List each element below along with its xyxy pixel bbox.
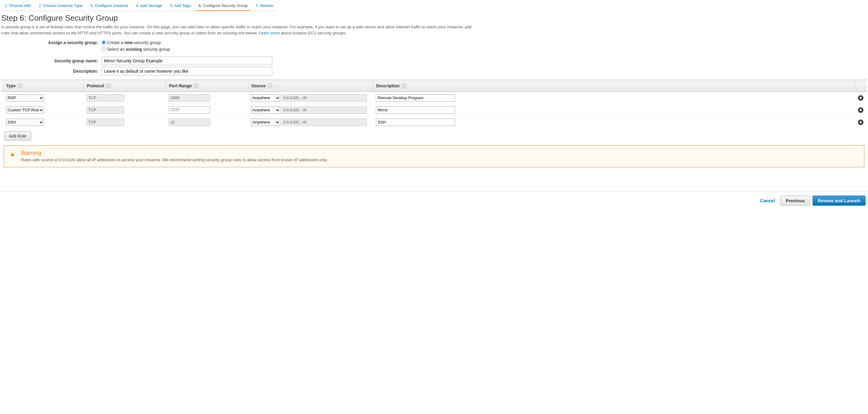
- rule-source-select[interactable]: Anywhere: [251, 106, 280, 114]
- sg-desc-label: Description:: [1, 69, 102, 74]
- cancel-button[interactable]: Cancel: [757, 198, 778, 203]
- info-icon[interactable]: i: [18, 83, 23, 88]
- learn-more-link[interactable]: Learn more: [258, 31, 280, 35]
- rule-port[interactable]: [169, 106, 210, 114]
- wizard-step-5[interactable]: 5. Add Tags: [167, 1, 194, 11]
- rule-type-select[interactable]: Custom TCP Rule: [6, 106, 44, 114]
- add-rule-button[interactable]: Add Rule: [4, 131, 31, 141]
- remove-rule-icon[interactable]: ✖: [858, 95, 863, 101]
- wizard-step-4[interactable]: 4. Add Storage: [133, 1, 165, 11]
- wizard-step-1[interactable]: 1. Choose AMI: [2, 1, 34, 11]
- warning-title: Warning: [21, 150, 328, 157]
- warning-icon: ▲: [9, 150, 16, 158]
- rule-protocol: [87, 118, 124, 126]
- sg-name-label: Security group name:: [1, 59, 102, 63]
- radio-select-existing[interactable]: Select an existing security group: [102, 47, 170, 52]
- rule-port: [169, 118, 210, 126]
- table-row: Custom TCP RuleAnywhere✖: [1, 104, 867, 116]
- remove-rule-icon[interactable]: ✖: [858, 107, 863, 113]
- rule-protocol: [87, 94, 124, 102]
- sg-desc-input[interactable]: [102, 67, 272, 75]
- rule-source-value: [281, 106, 367, 114]
- page-title: Step 6: Configure Security Group: [1, 13, 867, 23]
- assign-sg-label: Assign a security group:: [1, 40, 102, 45]
- info-icon[interactable]: i: [194, 83, 198, 88]
- table-row: SSHAnywhere✖: [1, 116, 867, 128]
- wizard-step-6[interactable]: 6. Configure Security Group: [195, 1, 251, 11]
- info-icon[interactable]: i: [401, 83, 406, 88]
- wizard-stepper: 1. Choose AMI2. Choose Instance Type3. C…: [0, 0, 868, 11]
- wizard-step-7[interactable]: 7. Review: [252, 1, 276, 11]
- sg-name-input[interactable]: [102, 57, 272, 65]
- rule-source-value: [281, 118, 367, 126]
- rule-description[interactable]: [376, 106, 455, 114]
- rules-table-header: Typei Protocoli Port Rangei Sourcei Desc…: [1, 80, 867, 92]
- rule-source-select[interactable]: Anywhere: [251, 118, 280, 126]
- rule-source-select[interactable]: Anywhere: [251, 94, 280, 102]
- review-launch-button[interactable]: Review and Launch: [812, 196, 866, 206]
- rule-type-select[interactable]: SSH: [6, 118, 44, 126]
- rule-source-value: [281, 94, 367, 102]
- wizard-step-2[interactable]: 2. Choose Instance Type: [36, 1, 86, 11]
- warning-text: Rules with source of 0.0.0.0/0 allow all…: [21, 158, 328, 162]
- table-row: RDPAnywhere✖: [1, 92, 867, 104]
- remove-rule-icon[interactable]: ✖: [858, 119, 863, 125]
- rule-port: [169, 94, 210, 102]
- page-description: A security group is a set of firewall ru…: [1, 24, 476, 36]
- rule-description[interactable]: [376, 118, 455, 126]
- wizard-step-3[interactable]: 3. Configure Instance: [87, 1, 131, 11]
- rule-description[interactable]: [376, 94, 455, 102]
- warning-box: ▲ Warning Rules with source of 0.0.0.0/0…: [4, 145, 864, 167]
- rule-protocol: [87, 106, 124, 114]
- info-icon[interactable]: i: [268, 83, 272, 88]
- previous-button[interactable]: Previous: [781, 196, 810, 206]
- footer: Cancel Previous Review and Launch: [0, 192, 868, 209]
- radio-create-new[interactable]: Create a new security group: [102, 40, 161, 45]
- info-icon[interactable]: i: [106, 83, 111, 88]
- rule-type-select[interactable]: RDP: [6, 94, 44, 102]
